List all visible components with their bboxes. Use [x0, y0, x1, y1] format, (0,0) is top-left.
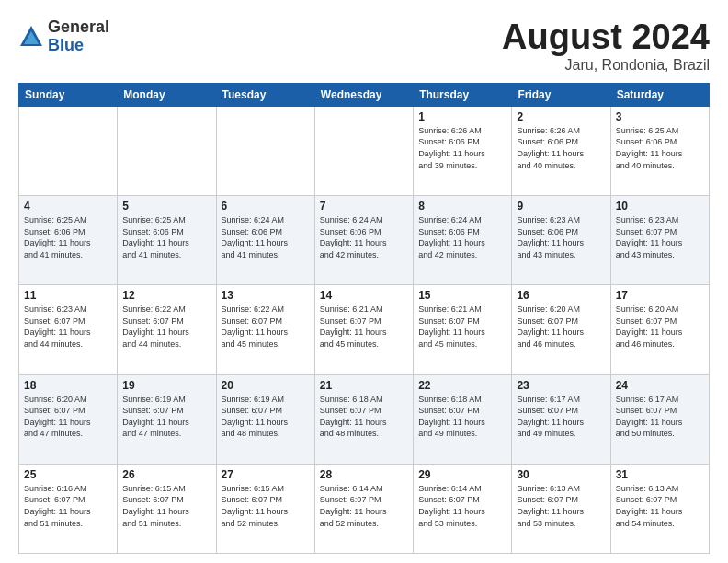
- calendar-cell: 31Sunrise: 6:13 AM Sunset: 6:07 PM Dayli…: [610, 464, 709, 553]
- calendar-cell: 11Sunrise: 6:23 AM Sunset: 6:07 PM Dayli…: [19, 285, 118, 374]
- day-info: Sunrise: 6:18 AM Sunset: 6:07 PM Dayligh…: [418, 394, 506, 440]
- day-number: 8: [418, 200, 506, 213]
- logo-general: General: [48, 17, 109, 36]
- day-info: Sunrise: 6:17 AM Sunset: 6:07 PM Dayligh…: [616, 394, 704, 440]
- weekday-header-row: SundayMondayTuesdayWednesdayThursdayFrid…: [19, 83, 710, 106]
- day-number: 2: [517, 110, 605, 123]
- week-row-4: 18Sunrise: 6:20 AM Sunset: 6:07 PM Dayli…: [19, 374, 710, 464]
- day-number: 3: [616, 110, 704, 123]
- day-info: Sunrise: 6:22 AM Sunset: 6:07 PM Dayligh…: [222, 304, 310, 350]
- calendar-cell: 18Sunrise: 6:20 AM Sunset: 6:07 PM Dayli…: [19, 374, 118, 464]
- day-number: 13: [222, 289, 310, 302]
- day-number: 19: [122, 379, 210, 392]
- day-info: Sunrise: 6:24 AM Sunset: 6:06 PM Dayligh…: [320, 214, 408, 260]
- week-row-5: 25Sunrise: 6:16 AM Sunset: 6:07 PM Dayli…: [19, 464, 710, 553]
- day-number: 25: [24, 468, 112, 481]
- day-info: Sunrise: 6:23 AM Sunset: 6:06 PM Dayligh…: [517, 214, 605, 260]
- weekday-header-wednesday: Wednesday: [314, 83, 413, 106]
- day-info: Sunrise: 6:19 AM Sunset: 6:07 PM Dayligh…: [122, 394, 210, 440]
- day-info: Sunrise: 6:22 AM Sunset: 6:07 PM Dayligh…: [122, 304, 210, 350]
- day-info: Sunrise: 6:25 AM Sunset: 6:06 PM Dayligh…: [24, 214, 112, 260]
- title-block: August 2024 Jaru, Rondonia, Brazil: [502, 18, 710, 74]
- calendar-cell: 7Sunrise: 6:24 AM Sunset: 6:06 PM Daylig…: [314, 196, 413, 285]
- calendar-cell: 30Sunrise: 6:13 AM Sunset: 6:07 PM Dayli…: [512, 464, 610, 553]
- day-number: 12: [122, 289, 210, 302]
- day-info: Sunrise: 6:18 AM Sunset: 6:07 PM Dayligh…: [320, 394, 408, 440]
- day-info: Sunrise: 6:21 AM Sunset: 6:07 PM Dayligh…: [320, 304, 408, 350]
- calendar-cell: 6Sunrise: 6:24 AM Sunset: 6:06 PM Daylig…: [216, 196, 314, 285]
- day-number: 10: [616, 200, 704, 213]
- calendar-cell: [19, 106, 118, 195]
- day-info: Sunrise: 6:25 AM Sunset: 6:06 PM Dayligh…: [122, 214, 210, 260]
- day-number: 1: [418, 110, 506, 123]
- calendar-cell: 25Sunrise: 6:16 AM Sunset: 6:07 PM Dayli…: [19, 464, 118, 553]
- calendar-cell: 14Sunrise: 6:21 AM Sunset: 6:07 PM Dayli…: [314, 285, 413, 374]
- day-number: 7: [320, 200, 408, 213]
- day-info: Sunrise: 6:23 AM Sunset: 6:07 PM Dayligh…: [24, 304, 112, 350]
- day-number: 30: [517, 468, 605, 481]
- day-info: Sunrise: 6:20 AM Sunset: 6:07 PM Dayligh…: [517, 304, 605, 350]
- day-number: 20: [222, 379, 310, 392]
- week-row-3: 11Sunrise: 6:23 AM Sunset: 6:07 PM Dayli…: [19, 285, 710, 374]
- day-info: Sunrise: 6:25 AM Sunset: 6:06 PM Dayligh…: [616, 125, 704, 171]
- calendar-cell: [216, 106, 314, 195]
- calendar-cell: 12Sunrise: 6:22 AM Sunset: 6:07 PM Dayli…: [118, 285, 216, 374]
- calendar-cell: 27Sunrise: 6:15 AM Sunset: 6:07 PM Dayli…: [216, 464, 314, 553]
- calendar-cell: 10Sunrise: 6:23 AM Sunset: 6:07 PM Dayli…: [610, 196, 709, 285]
- day-number: 29: [418, 468, 506, 481]
- day-number: 18: [24, 379, 112, 392]
- weekday-header-monday: Monday: [118, 83, 216, 106]
- day-info: Sunrise: 6:14 AM Sunset: 6:07 PM Dayligh…: [418, 483, 506, 529]
- weekday-header-sunday: Sunday: [19, 83, 118, 106]
- calendar-cell: 13Sunrise: 6:22 AM Sunset: 6:07 PM Dayli…: [216, 285, 314, 374]
- subtitle: Jaru, Rondonia, Brazil: [502, 57, 710, 74]
- day-number: 9: [517, 200, 605, 213]
- calendar-cell: 19Sunrise: 6:19 AM Sunset: 6:07 PM Dayli…: [118, 374, 216, 464]
- logo-text: General Blue: [48, 18, 109, 55]
- day-info: Sunrise: 6:15 AM Sunset: 6:07 PM Dayligh…: [122, 483, 210, 529]
- calendar-cell: 15Sunrise: 6:21 AM Sunset: 6:07 PM Dayli…: [414, 285, 512, 374]
- day-info: Sunrise: 6:17 AM Sunset: 6:07 PM Dayligh…: [517, 394, 605, 440]
- day-info: Sunrise: 6:24 AM Sunset: 6:06 PM Dayligh…: [222, 214, 310, 260]
- weekday-header-saturday: Saturday: [610, 83, 709, 106]
- weekday-header-tuesday: Tuesday: [216, 83, 314, 106]
- main-title: August 2024: [502, 18, 710, 57]
- calendar-cell: 20Sunrise: 6:19 AM Sunset: 6:07 PM Dayli…: [216, 374, 314, 464]
- day-number: 27: [222, 468, 310, 481]
- day-number: 22: [418, 379, 506, 392]
- calendar-cell: 23Sunrise: 6:17 AM Sunset: 6:07 PM Dayli…: [512, 374, 610, 464]
- day-info: Sunrise: 6:13 AM Sunset: 6:07 PM Dayligh…: [517, 483, 605, 529]
- calendar-cell: 4Sunrise: 6:25 AM Sunset: 6:06 PM Daylig…: [19, 196, 118, 285]
- day-info: Sunrise: 6:19 AM Sunset: 6:07 PM Dayligh…: [222, 394, 310, 440]
- calendar-cell: [118, 106, 216, 195]
- calendar-cell: [314, 106, 413, 195]
- calendar-cell: 8Sunrise: 6:24 AM Sunset: 6:06 PM Daylig…: [414, 196, 512, 285]
- logo-blue: Blue: [48, 36, 84, 54]
- logo: General Blue: [18, 18, 109, 55]
- day-number: 28: [320, 468, 408, 481]
- day-info: Sunrise: 6:26 AM Sunset: 6:06 PM Dayligh…: [517, 125, 605, 171]
- calendar-cell: 26Sunrise: 6:15 AM Sunset: 6:07 PM Dayli…: [118, 464, 216, 553]
- day-info: Sunrise: 6:24 AM Sunset: 6:06 PM Dayligh…: [418, 214, 506, 260]
- header: General Blue August 2024 Jaru, Rondonia,…: [18, 18, 710, 74]
- calendar-cell: 22Sunrise: 6:18 AM Sunset: 6:07 PM Dayli…: [414, 374, 512, 464]
- calendar-cell: 29Sunrise: 6:14 AM Sunset: 6:07 PM Dayli…: [414, 464, 512, 553]
- day-number: 23: [517, 379, 605, 392]
- week-row-2: 4Sunrise: 6:25 AM Sunset: 6:06 PM Daylig…: [19, 196, 710, 285]
- calendar-cell: 16Sunrise: 6:20 AM Sunset: 6:07 PM Dayli…: [512, 285, 610, 374]
- day-info: Sunrise: 6:26 AM Sunset: 6:06 PM Dayligh…: [418, 125, 506, 171]
- day-number: 17: [616, 289, 704, 302]
- calendar-cell: 1Sunrise: 6:26 AM Sunset: 6:06 PM Daylig…: [414, 106, 512, 195]
- weekday-header-friday: Friday: [512, 83, 610, 106]
- day-info: Sunrise: 6:20 AM Sunset: 6:07 PM Dayligh…: [24, 394, 112, 440]
- calendar-cell: 9Sunrise: 6:23 AM Sunset: 6:06 PM Daylig…: [512, 196, 610, 285]
- calendar-cell: 3Sunrise: 6:25 AM Sunset: 6:06 PM Daylig…: [610, 106, 709, 195]
- calendar-table: SundayMondayTuesdayWednesdayThursdayFrid…: [18, 83, 710, 554]
- day-number: 5: [122, 200, 210, 213]
- day-number: 24: [616, 379, 704, 392]
- day-number: 31: [616, 468, 704, 481]
- day-info: Sunrise: 6:15 AM Sunset: 6:07 PM Dayligh…: [222, 483, 310, 529]
- day-number: 14: [320, 289, 408, 302]
- weekday-header-thursday: Thursday: [414, 83, 512, 106]
- day-info: Sunrise: 6:23 AM Sunset: 6:07 PM Dayligh…: [616, 214, 704, 260]
